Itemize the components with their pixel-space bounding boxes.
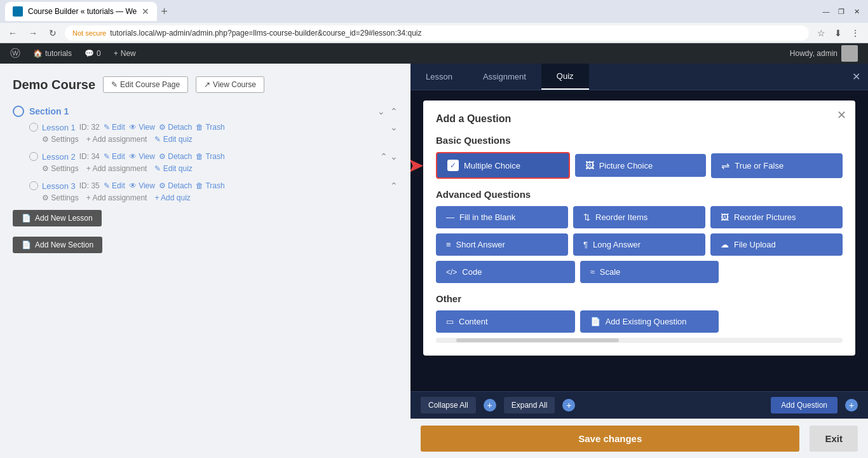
- lesson-1-edit-quiz[interactable]: ✎ Edit quiz: [154, 135, 192, 144]
- wp-logo-item[interactable]: ⓦ: [5, 43, 25, 64]
- lesson-1-chevron-down[interactable]: ⌄: [390, 122, 398, 132]
- lesson-2-settings[interactable]: ⚙ Settings: [42, 164, 79, 173]
- content-button[interactable]: ▭ Content: [436, 310, 575, 333]
- exit-button[interactable]: Exit: [810, 426, 858, 452]
- lesson-1-detach[interactable]: ⚙ Detach: [159, 123, 192, 132]
- lesson-2-name[interactable]: Lesson 2: [42, 152, 76, 162]
- section-circle: [13, 106, 24, 117]
- short-answer-button[interactable]: ≡ Short Answer: [436, 233, 568, 256]
- cloud-upload-icon: ☁: [721, 240, 729, 249]
- refresh-button[interactable]: ↻: [46, 27, 60, 39]
- lesson-3-settings[interactable]: ⚙ Settings: [42, 193, 79, 202]
- chevron-up-icon[interactable]: ⌃: [390, 106, 398, 116]
- file-upload-button[interactable]: ☁ File Upload: [710, 233, 843, 256]
- true-or-false-button[interactable]: ⇌ True or False: [711, 153, 843, 178]
- add-lesson-button[interactable]: 📄 Add New Lesson: [13, 210, 102, 226]
- scale-button[interactable]: ≈ Scale: [580, 261, 719, 283]
- toggle-icon: ⇌: [721, 160, 729, 172]
- fill-blank-button[interactable]: — Fill in the Blank: [436, 206, 568, 228]
- forward-button[interactable]: →: [25, 27, 41, 39]
- new-item[interactable]: + New: [109, 43, 141, 64]
- plus-icon: +: [114, 49, 118, 58]
- tab-assignment[interactable]: Assignment: [468, 64, 541, 89]
- back-button[interactable]: ←: [5, 27, 20, 39]
- tab-quiz[interactable]: Quiz: [541, 64, 589, 90]
- expand-all-button[interactable]: Expand All: [504, 397, 555, 413]
- edit-course-button[interactable]: ✎ Edit Course Page: [103, 76, 188, 93]
- add-question-button[interactable]: Add Question: [771, 397, 837, 413]
- bookmark-button[interactable]: ☆: [814, 27, 829, 39]
- add-section-button[interactable]: 📄 Add New Section: [13, 237, 102, 253]
- lesson-3-detach[interactable]: ⚙ Detach: [159, 181, 192, 190]
- lesson-1-view[interactable]: 👁 View: [129, 123, 155, 132]
- collapse-all-button[interactable]: Collapse All: [421, 397, 476, 413]
- content-icon: ▭: [446, 317, 454, 326]
- comments-item[interactable]: 💬 0: [79, 43, 106, 64]
- lesson-3-chevron-up[interactable]: ⌃: [390, 181, 398, 191]
- lesson-2-trash[interactable]: 🗑 Trash: [196, 152, 224, 161]
- lesson-2-view[interactable]: 👁 View: [129, 152, 155, 161]
- close-button[interactable]: ✕: [850, 5, 863, 18]
- lesson-circle: [29, 123, 38, 132]
- chevron-down-icon[interactable]: ⌄: [377, 106, 385, 116]
- add-existing-question-button[interactable]: 📄 Add Existing Question: [580, 310, 719, 333]
- lesson-2-id: ID: 34: [79, 152, 100, 161]
- scale-icon: ≈: [590, 267, 595, 277]
- lesson-1-trash[interactable]: 🗑 Trash: [196, 123, 224, 132]
- panel-close-button[interactable]: ✕: [844, 66, 868, 88]
- address-url: tutorials.local/wp-admin/admin.php?page=…: [110, 29, 421, 38]
- code-button[interactable]: </> Code: [436, 261, 575, 283]
- tab-lesson[interactable]: Lesson: [410, 64, 468, 89]
- long-answer-button[interactable]: ¶ Long Answer: [573, 233, 705, 256]
- modal-title: Add a Question: [436, 113, 843, 125]
- picture-choice-button[interactable]: 🖼 Picture Choice: [575, 154, 707, 177]
- new-tab-button[interactable]: +: [158, 3, 170, 21]
- add-question-circle-button[interactable]: +: [845, 399, 858, 412]
- modal-close-button[interactable]: ✕: [837, 108, 846, 122]
- lesson-2-chevron-down[interactable]: ⌄: [390, 151, 398, 162]
- file-icon: 📄: [22, 214, 31, 223]
- lesson-2-edit-quiz[interactable]: ✎ Edit quiz: [154, 164, 192, 173]
- browser-tab[interactable]: Course Builder « tutorials — We ✕: [5, 2, 157, 21]
- reorder-pictures-button[interactable]: 🖼 Reorder Pictures: [710, 206, 843, 228]
- tab-title: Course Builder « tutorials — We: [28, 7, 137, 16]
- lesson-1-name[interactable]: Lesson 1: [42, 123, 76, 132]
- lesson-3-trash[interactable]: 🗑 Trash: [196, 181, 224, 190]
- lesson-3-add-quiz[interactable]: + Add quiz: [154, 193, 190, 202]
- maximize-button[interactable]: ❐: [835, 5, 848, 18]
- multiple-choice-button[interactable]: ✓ Multiple Choice: [436, 152, 570, 179]
- bottom-bar: Collapse All + Expand All + Add Question…: [410, 391, 868, 419]
- minimize-button[interactable]: —: [820, 5, 832, 18]
- wp-favicon: [13, 6, 23, 17]
- site-name-item[interactable]: 🏠 tutorials: [28, 43, 77, 64]
- tab-close-icon[interactable]: ✕: [142, 6, 149, 17]
- more-button[interactable]: ⋮: [848, 27, 863, 39]
- download-button[interactable]: ⬇: [831, 27, 845, 39]
- lesson-3-name[interactable]: Lesson 3: [42, 181, 76, 191]
- lesson-2-add-assignment[interactable]: + Add assignment: [86, 164, 147, 173]
- lesson-2-chevron-up[interactable]: ⌃: [380, 151, 388, 162]
- image-icon: 🖼: [585, 160, 594, 170]
- reorder-items-button[interactable]: ⇅ Reorder Items: [573, 206, 705, 228]
- lesson-1-edit[interactable]: ✎ Edit: [104, 123, 125, 132]
- other-label: Other: [436, 293, 843, 304]
- collapse-add-circle-button[interactable]: +: [484, 399, 496, 412]
- lesson-1-add-assignment[interactable]: + Add assignment: [86, 135, 147, 144]
- address-input-container[interactable]: Not secure tutorials.local/wp-admin/admi…: [65, 25, 809, 41]
- lesson-1-settings[interactable]: ⚙ Settings: [42, 135, 79, 144]
- section-1-header: Section 1 ⌄ ⌃: [13, 106, 398, 117]
- lesson-2-edit[interactable]: ✎ Edit: [104, 152, 125, 161]
- horizontal-scrollbar[interactable]: [436, 338, 843, 343]
- comment-icon: 💬: [85, 49, 94, 58]
- save-changes-button[interactable]: Save changes: [421, 426, 799, 452]
- view-course-button[interactable]: ↗ View Course: [196, 76, 264, 93]
- lesson-3-add-assignment[interactable]: + Add assignment: [86, 193, 147, 202]
- lesson-3-edit[interactable]: ✎ Edit: [104, 181, 125, 190]
- lesson-3-view[interactable]: 👁 View: [129, 181, 155, 190]
- dash-icon: —: [446, 212, 454, 222]
- expand-add-circle-button[interactable]: +: [562, 399, 575, 412]
- lesson-2-detach[interactable]: ⚙ Detach: [159, 152, 192, 161]
- section-1-title[interactable]: Section 1: [29, 106, 69, 116]
- course-title: Demo Course: [13, 78, 95, 92]
- lesson-3-id: ID: 35: [79, 181, 100, 190]
